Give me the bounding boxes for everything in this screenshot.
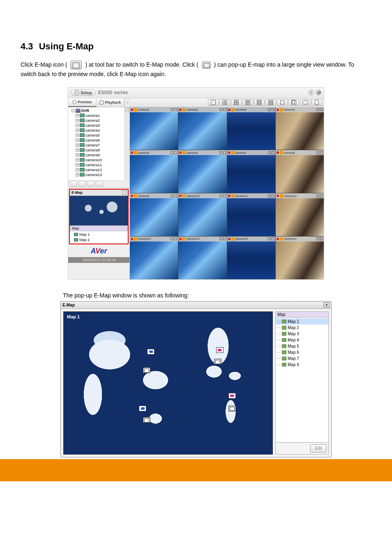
layout-3x3-button[interactable]	[231, 99, 242, 106]
tree-item-camera[interactable]: +camera1	[69, 113, 129, 118]
close-icon[interactable]: ×	[324, 302, 330, 307]
mic-icon[interactable]	[320, 108, 323, 111]
mic-icon[interactable]	[174, 151, 177, 154]
camera-cell[interactable]: camera15	[227, 237, 275, 279]
emap-list-item[interactable]: Map 1	[71, 232, 127, 237]
map-list-item[interactable]: Map 6	[276, 349, 328, 355]
map-marker-dvr-1[interactable]	[143, 367, 152, 375]
tree-expand-icon[interactable]: +	[76, 129, 79, 132]
tree-expand-icon[interactable]: +	[76, 158, 79, 162]
tree-item-camera[interactable]: +camera12	[69, 167, 129, 172]
tree-expand-icon[interactable]: +	[76, 144, 79, 147]
collapse-sidebar-button[interactable]: <	[125, 98, 129, 107]
camera-tree[interactable]: - DVR +camera1+camera2+camera3+camera4+c…	[68, 107, 129, 181]
tree-item-camera[interactable]: +camera2	[69, 118, 129, 123]
mic-icon[interactable]	[272, 195, 274, 197]
speaker-icon[interactable]	[268, 151, 271, 154]
speaker-icon[interactable]	[219, 151, 222, 154]
mic-icon[interactable]	[223, 237, 226, 240]
mic-icon[interactable]	[174, 237, 177, 240]
mic-icon[interactable]	[223, 108, 226, 111]
speaker-icon[interactable]	[171, 151, 173, 154]
tree-expand-icon[interactable]: +	[76, 173, 79, 176]
camera-cell[interactable]: camera14	[178, 237, 226, 279]
speaker-icon[interactable]	[171, 237, 173, 240]
tree-expand-icon[interactable]: +	[76, 153, 79, 157]
map-marker-dvr-3[interactable]	[143, 417, 152, 425]
emap-toggle-button[interactable]	[78, 181, 86, 187]
speaker-icon[interactable]	[268, 108, 271, 111]
layout-more-button[interactable]	[277, 99, 288, 106]
map-list-item[interactable]: Map 8	[276, 362, 328, 368]
camera-cell[interactable]: camera9	[130, 193, 178, 236]
tree-item-camera[interactable]: +camera10	[69, 158, 129, 162]
speaker-icon[interactable]	[268, 237, 271, 240]
tree-item-camera[interactable]: +camera7	[69, 143, 129, 148]
camera-cell[interactable]: camera16	[276, 237, 324, 279]
speaker-icon[interactable]	[219, 237, 222, 240]
map-list-item[interactable]: Map 2	[276, 325, 328, 331]
map-marker-sensor-1[interactable]	[147, 349, 156, 356]
setup-button[interactable]: Setup	[71, 89, 96, 96]
layout-2x2-button[interactable]	[219, 99, 230, 106]
tree-expand-icon[interactable]: +	[76, 149, 79, 152]
info-icon[interactable]: i	[308, 90, 314, 95]
emap-map-list[interactable]: Map 1Map 2Map 3Map 4Map 5Map 6Map 7Map 8	[275, 318, 329, 443]
tree-item-camera[interactable]: +camera6	[69, 138, 129, 143]
map-list-item[interactable]: Map 7	[276, 355, 328, 362]
speaker-icon[interactable]	[171, 108, 173, 111]
camera-cell[interactable]: camera6	[178, 150, 226, 193]
map-list-item[interactable]: Map 3	[276, 331, 328, 337]
emap-thumbnail[interactable]	[70, 196, 128, 225]
layout-6-button[interactable]	[254, 99, 265, 106]
map-list-item[interactable]: Map 5	[276, 343, 328, 349]
tree-item-camera[interactable]: +camera8	[69, 148, 129, 153]
tree-collapse-icon[interactable]: -	[71, 109, 75, 112]
tool-button-3[interactable]	[87, 181, 95, 187]
edit-button[interactable]: Edit	[310, 444, 327, 453]
tree-expand-icon[interactable]: +	[76, 124, 79, 127]
mic-icon[interactable]	[272, 237, 274, 240]
tree-expand-icon[interactable]: +	[76, 168, 79, 172]
tree-item-camera[interactable]: +camera3	[69, 123, 129, 128]
tab-playback[interactable]: Playback	[97, 98, 125, 107]
tree-item-camera[interactable]: +camera11	[69, 162, 129, 167]
tree-item-camera[interactable]: +camera9	[69, 153, 129, 158]
tree-item-camera[interactable]: +camera5	[69, 133, 129, 138]
map-marker-relay-1[interactable]	[216, 347, 225, 355]
camera-cell[interactable]: camera1	[130, 107, 178, 150]
emap-list-item[interactable]: Map 2	[71, 237, 127, 243]
snapshot-button[interactable]	[300, 99, 311, 106]
camera-cell[interactable]: camera3	[227, 107, 275, 150]
tool-button-1[interactable]	[70, 181, 77, 187]
tree-expand-icon[interactable]: +	[76, 139, 79, 142]
mic-icon[interactable]	[223, 151, 226, 154]
layout-mix-button[interactable]	[265, 99, 276, 106]
tree-expand-icon[interactable]: +	[76, 114, 79, 117]
camera-cell[interactable]: camera5	[130, 150, 178, 193]
mic-icon[interactable]	[174, 108, 177, 111]
camera-cell[interactable]: camera2	[178, 107, 226, 150]
mic-icon[interactable]	[174, 195, 177, 197]
camera-cell[interactable]: camera4	[276, 107, 324, 150]
map-list-item[interactable]: Map 4	[276, 337, 328, 343]
mic-icon[interactable]	[320, 151, 323, 154]
speaker-icon[interactable]	[316, 195, 319, 197]
camera-grid[interactable]: camera1 camera2 camera3 camera4 camera5 …	[130, 107, 324, 279]
speaker-icon[interactable]	[316, 108, 319, 111]
map-marker-relay-2[interactable]	[228, 393, 238, 400]
map-marker-sensor-2[interactable]	[139, 406, 148, 413]
map-list-item[interactable]: Map 1	[276, 318, 328, 325]
camera-cell[interactable]: camera12	[276, 193, 324, 236]
tree-expand-icon[interactable]: +	[76, 163, 79, 167]
mic-icon[interactable]	[223, 195, 226, 197]
mic-icon[interactable]	[320, 195, 323, 197]
power-icon[interactable]: ⏻	[316, 90, 321, 95]
tree-expand-icon[interactable]: +	[76, 119, 79, 122]
speaker-icon[interactable]	[219, 195, 222, 197]
speaker-icon[interactable]	[219, 108, 222, 111]
camera-cell[interactable]: camera10	[178, 193, 226, 236]
emap-world-map[interactable]: Map 1	[63, 311, 273, 455]
mic-icon[interactable]	[272, 108, 274, 111]
fullscreen-button[interactable]	[288, 99, 299, 106]
